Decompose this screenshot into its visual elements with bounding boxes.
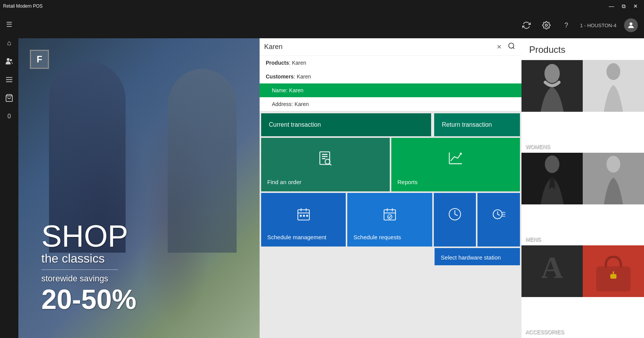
product-womens-card[interactable]: WOMENS (521, 60, 583, 153)
find-order-tile[interactable]: Find an order (261, 138, 390, 191)
product-accessories2-card[interactable] (583, 245, 644, 338)
hero-figure-right (168, 69, 237, 253)
maximize-button[interactable]: ⧉ (619, 0, 629, 12)
user-avatar[interactable] (624, 18, 638, 32)
search-address-item[interactable]: Address: Karen (260, 97, 521, 111)
title-bar: Retail Modern POS — ⧉ ✕ (0, 0, 644, 12)
svg-rect-11 (322, 154, 328, 155)
svg-point-0 (7, 58, 10, 61)
svg-rect-3 (6, 79, 13, 80)
mens-label: MENS (525, 236, 541, 242)
header-bar: ? 1 - HOUSTON-4 (18, 12, 644, 38)
search-clear-button[interactable]: ✕ (495, 42, 503, 52)
refresh-button[interactable] (520, 19, 533, 31)
svg-rect-4 (6, 82, 13, 82)
products-query: : Karen (289, 60, 306, 66)
svg-line-32 (455, 214, 458, 216)
reports-icon (447, 150, 464, 171)
search-bar: ✕ (260, 38, 521, 56)
clock-tile[interactable] (434, 193, 476, 247)
svg-point-6 (545, 24, 548, 26)
svg-rect-12 (322, 156, 328, 157)
select-hardware-tile[interactable]: Select hardware station (435, 248, 520, 265)
hero-area: F SHOP the classics storewide savings 20… (18, 38, 260, 338)
app-title: Retail Modern POS (3, 3, 42, 9)
hero-overlay: SHOP the classics storewide savings 20-5… (41, 221, 136, 315)
help-button[interactable]: ? (560, 19, 572, 31)
search-submit-button[interactable] (506, 41, 517, 53)
schedule-management-icon (296, 207, 311, 225)
sidebar-customers-button[interactable] (0, 52, 18, 70)
main-tiles-row: Find an order Reports (261, 138, 520, 191)
title-bar-controls: — ⧉ ✕ (606, 0, 641, 12)
sidebar-menu-button[interactable]: ☰ (0, 15, 18, 34)
search-dropdown: Products: Karen Customers: Karen Name: K… (260, 56, 521, 111)
customers-query: : Karen (294, 73, 311, 80)
svg-rect-51 (610, 274, 616, 279)
products-panel: Products WOMENS (521, 38, 644, 338)
product-mens-card[interactable]: MENS (521, 153, 583, 245)
hero-sub-text: the classics (41, 251, 136, 266)
store-label: 1 - HOUSTON-4 (580, 23, 616, 28)
svg-point-7 (629, 23, 632, 25)
svg-point-44 (545, 155, 559, 173)
svg-point-8 (509, 43, 514, 48)
accessories-label: ACCESSORIES (525, 329, 564, 335)
main-content: ? 1 - HOUSTON-4 F SHOP the classics (18, 12, 644, 338)
find-order-icon (317, 150, 334, 171)
product-accessories-card[interactable]: A ACCESSORIES (521, 245, 583, 338)
product-womens2-card[interactable] (583, 60, 644, 153)
svg-rect-13 (322, 158, 325, 159)
customers-label: Customers (266, 73, 294, 80)
cart-count: 0 (8, 113, 11, 120)
product-grid: WOMENS (521, 60, 644, 338)
womens-label: WOMENS (525, 144, 550, 150)
product-mens2-card[interactable] (583, 153, 644, 245)
bottom-tiles-row: Schedule management (261, 193, 520, 247)
current-transaction-tile[interactable]: Current transaction (261, 113, 431, 136)
products-title: Products (521, 38, 644, 60)
svg-text:A: A (541, 251, 563, 284)
svg-rect-2 (6, 77, 13, 78)
search-input[interactable] (264, 41, 492, 52)
svg-point-46 (606, 156, 620, 173)
settings-button[interactable] (540, 19, 552, 31)
hero-f-logo: F (30, 50, 49, 69)
sidebar-home-button[interactable]: ⌂ (0, 34, 18, 52)
svg-line-15 (329, 163, 331, 165)
sidebar-cart-button[interactable] (0, 89, 18, 107)
store-info: 1 - HOUSTON-4 (580, 23, 616, 28)
reports-tile[interactable]: Reports (391, 138, 520, 191)
schedule-requests-icon (382, 207, 397, 225)
select-hardware-label: Select hardware station (441, 254, 501, 261)
svg-rect-10 (320, 152, 330, 165)
hero-discount-text: 20-50% (41, 284, 136, 315)
hero-shop-text: SHOP (41, 221, 136, 251)
title-bar-left: Retail Modern POS (3, 3, 42, 9)
app-wrapper: ☰ ⌂ 0 (0, 12, 644, 338)
svg-rect-25 (384, 210, 396, 220)
schedule-management-tile[interactable]: Schedule management (261, 193, 346, 247)
reports-label: Reports (397, 179, 418, 185)
minimize-button[interactable]: — (606, 0, 617, 12)
schedule-requests-tile[interactable]: Schedule requests (347, 193, 432, 247)
svg-rect-22 (300, 215, 302, 217)
sidebar-list-button[interactable] (0, 70, 18, 89)
clock-icon (447, 207, 463, 225)
clock-list-tile[interactable] (477, 193, 520, 247)
transaction-row: Current transaction Return transaction (261, 113, 520, 136)
svg-line-35 (497, 214, 499, 216)
search-customers-category[interactable]: Customers: Karen (260, 70, 521, 83)
return-transaction-tile[interactable]: Return transaction (434, 113, 520, 136)
search-products-category[interactable]: Products: Karen (260, 56, 521, 70)
close-button[interactable]: ✕ (630, 0, 641, 12)
svg-point-40 (544, 64, 560, 83)
search-name-item[interactable]: Name: Karen (260, 83, 521, 97)
clock-list-icon (491, 207, 507, 225)
svg-point-42 (606, 63, 620, 80)
svg-rect-24 (306, 215, 308, 217)
sidebar-count-button[interactable]: 0 (0, 107, 18, 126)
hero-desc-text: storewide savings (41, 274, 136, 284)
schedule-requests-label: Schedule requests (353, 234, 401, 240)
svg-rect-23 (303, 215, 305, 217)
